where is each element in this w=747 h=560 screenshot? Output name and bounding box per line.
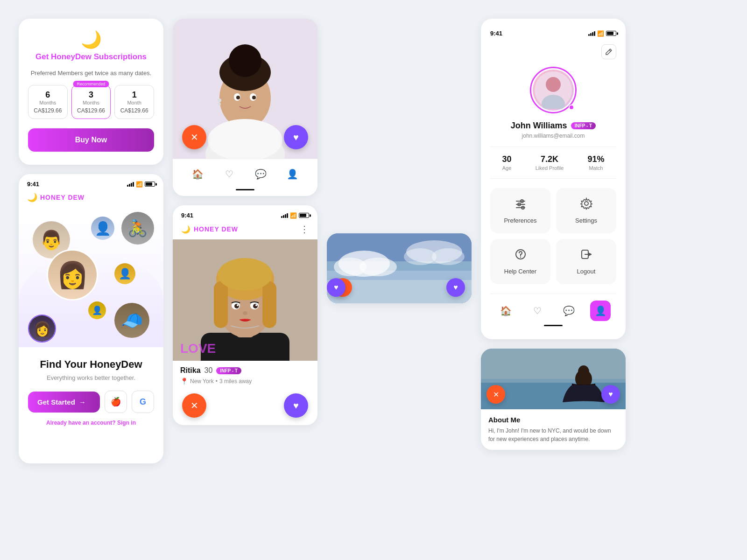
svg-point-24 [253,304,258,308]
avatar-svg [535,71,572,109]
ritika-app-logo: 🌙 [181,225,191,234]
signin-link[interactable]: Sign in [117,420,136,426]
settings-icon [580,197,592,212]
ritika-city: New York [190,378,214,385]
bubble-face-3: 🚴 [121,212,154,245]
ritika-name: Ritika [180,366,201,375]
svg-point-39 [546,77,561,92]
stat-match-label: Match [587,165,604,171]
menu-preferences[interactable]: Preferences [490,188,550,233]
plan-3-unit: Months [75,100,108,105]
about-me-text: Hi, I'm John! I'm new to NYC, and would … [488,427,618,443]
plan-1month[interactable]: 1 Month CA$129.66 [114,85,154,119]
profile-nav-indicator [544,325,563,326]
svg-point-23 [234,304,239,308]
sliders-icon-svg [514,197,527,210]
logout-label: Logout [577,268,596,275]
about-me-image: ✕ ♥ [481,349,626,409]
menu-settings[interactable]: Settings [556,188,616,233]
svg-rect-18 [214,281,228,328]
profile-nav-home[interactable]: 🏠 [496,301,516,321]
avatar-section [490,67,616,113]
ritika-info: Ritika 30 INFP - T 📍 New York • 3 miles … [173,361,317,389]
page-wrapper: 🌙 Get HoneyDew Subscriptions Preferred M… [9,9,738,473]
like-button-preview[interactable]: ♥ [327,278,345,297]
ritika-status-icons: 📶 [281,212,309,219]
svg-point-10 [218,98,221,102]
like-button-preview-2[interactable]: ♥ [446,278,465,297]
about-reject-button[interactable]: ✕ [486,385,505,404]
ritika-time: 9:41 [181,212,193,219]
plans-row: 6 Months CA$129.66 Recommended 3 Months … [28,85,154,119]
onboarding-app-name-row: 🌙 HONEY DEW [19,188,163,207]
top-spacer [327,19,472,224]
plan-3-price: CA$129.66 [75,107,108,114]
wifi-icon: 📶 [136,181,143,188]
plan-3months[interactable]: Recommended 3 Months CA$129.66 [71,85,111,119]
apple-icon: 🍎 [111,397,121,407]
stat-liked-value: 7.2K [536,154,564,164]
more-options-icon[interactable]: ⋮ [300,224,309,235]
swipe-card-top: ✕ ♥ 🏠 ♡ 💬 👤 [173,19,317,196]
menu-help[interactable]: Help Center [490,239,550,284]
svg-point-49 [520,257,521,258]
plan-6months[interactable]: 6 Months CA$129.66 [28,85,68,119]
stat-age: 30 Age [502,154,512,171]
question-icon-svg [514,248,527,260]
subscription-subtitle: Preferred Members get twice as many date… [28,69,154,77]
user-email-display: john.williams@email.com [490,133,616,139]
ritika-name-row: Ritika 30 INFP - T [180,366,310,375]
nav-chat-icon[interactable]: 💬 [253,166,269,182]
bubble-face-7: 👤 [88,301,106,319]
column-2: ✕ ♥ 🏠 ♡ 💬 👤 9:41 [173,19,317,463]
user-name-display: John Williams INFP - T [490,121,616,131]
about-me-content: About Me Hi, I'm John! I'm new to NYC, a… [481,409,626,450]
signal-bar-2 [129,184,130,187]
battery-fill [146,182,152,186]
signal-bar-1 [127,185,128,187]
ritika-app-name: HONEY DEW [194,225,238,233]
reject-button-ritika[interactable]: ✕ [182,393,206,418]
profile-nav-person[interactable]: 👤 [590,301,611,321]
plan-1-unit: Month [118,100,151,105]
google-signin-button[interactable]: G [132,391,154,413]
buy-now-button[interactable]: Buy Now [28,128,154,152]
subscription-title: Get HoneyDew Subscriptions [35,52,147,62]
stat-age-label: Age [502,165,512,171]
like-button-top[interactable]: ♥ [284,125,308,149]
svg-rect-19 [262,281,276,328]
profile-nav-heart[interactable]: ♡ [527,301,548,321]
about-like-button[interactable]: ♥ [601,385,620,404]
column-1: 🌙 Get HoneyDew Subscriptions Preferred M… [19,19,163,463]
column-3: ✕ ♥ ♥ [327,19,472,463]
bubble-face-6: 👩 [29,315,55,342]
profile-bottom-nav: 🏠 ♡ 💬 👤 [490,294,616,321]
ritika-location: 📍 New York • 3 miles away [180,378,310,385]
menu-logout[interactable]: Logout [556,239,616,284]
signal-bars [127,182,134,187]
edit-profile-button[interactable] [601,44,616,59]
onboarding-card: 9:41 📶 🌙 HONEY DEW [19,174,163,463]
bottom-nav-top-card: 🏠 ♡ 💬 👤 [173,159,317,189]
onboarding-time: 9:41 [27,181,39,188]
plan-6-price: CA$129.66 [31,107,64,114]
edit-row [490,44,616,59]
profile-nav-chat[interactable]: 💬 [559,301,579,321]
apple-signin-button[interactable]: 🍎 [105,391,127,413]
subscription-card: 🌙 Get HoneyDew Subscriptions Preferred M… [19,19,163,165]
nav-home-icon[interactable]: 🏠 [190,166,206,182]
reject-button-top[interactable]: ✕ [182,125,206,149]
subscription-logo-area: 🌙 Get HoneyDew Subscriptions [28,30,154,62]
nav-profile-icon[interactable]: 👤 [284,166,301,182]
bubble-face-5: 👤 [114,263,135,284]
bubble-person-2: 👤 [91,217,114,240]
get-started-button[interactable]: Get Started → [28,392,100,413]
nav-heart-icon[interactable]: ♡ [221,166,238,182]
avatar-ring [530,67,577,113]
like-button-ritika[interactable]: ♥ [284,393,308,418]
profile-time: 9:41 [490,30,502,37]
user-stats-row: 30 Age 7.2K Liked Profile 91% Match [490,147,616,179]
plan-3-duration: 3 [75,90,108,100]
stat-match-value: 91% [587,154,604,164]
location-separator: • [216,378,218,385]
